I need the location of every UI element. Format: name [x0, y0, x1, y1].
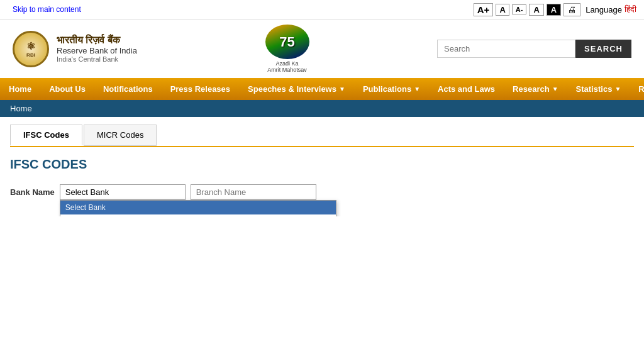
speeches-arrow: ▼ [339, 86, 345, 92]
nav-item-regulatory[interactable]: Regulatory Reporting ▼ [630, 78, 644, 100]
research-arrow: ▼ [552, 86, 558, 92]
contrast-light-btn[interactable]: A [529, 4, 543, 16]
tab-ifsc[interactable]: IFSC Codes [10, 125, 82, 146]
search-button[interactable]: SEARCH [575, 40, 631, 58]
skip-to-main-link[interactable]: Skip to main content [8, 3, 86, 16]
azadi-subtitle: Azadi Ka Amrit Mahotsav [267, 60, 307, 73]
nav-item-publications[interactable]: Publications ▼ [354, 78, 429, 100]
search-section: SEARCH [437, 40, 631, 58]
bank-select[interactable]: Select Bank [60, 184, 186, 200]
hindi-language-link[interactable]: हिंदी [625, 4, 636, 14]
badge-75: 75 [265, 25, 309, 59]
font-normal-btn[interactable]: A [496, 4, 509, 16]
rbi-logo: ⚛ RBI [13, 31, 49, 67]
bank-name-row: Bank Name Select Bank Select Bank ABHYUD… [10, 184, 316, 200]
print-icon: 🖨 [568, 5, 576, 14]
main-nav: Home About Us Notifications Press Releas… [0, 78, 644, 100]
badge-number: 75 [279, 34, 294, 50]
nav-item-home[interactable]: Home [0, 78, 40, 100]
nav-item-notifications[interactable]: Notifications [94, 78, 162, 100]
bank-select-container: Select Bank Select Bank ABHYUDAYA COOPER… [60, 184, 186, 200]
font-decrease-btn[interactable]: A- [512, 4, 527, 14]
rbi-tagline: India's Central Bank [57, 55, 137, 63]
font-increase-btn[interactable]: A+ [474, 3, 494, 16]
nav-item-statistics[interactable]: Statistics ▼ [567, 78, 630, 100]
publications-arrow: ▼ [414, 86, 420, 92]
rbi-text-block: भारतीय रिज़र्व बैंक Reserve Bank of Indi… [57, 35, 137, 63]
ifsc-form: Bank Name Select Bank Select Bank ABHYUD… [10, 184, 634, 200]
rbi-english-name: Reserve Bank of India [57, 46, 137, 55]
nav-item-acts-laws[interactable]: Acts and Laws [429, 78, 504, 100]
nav-item-about-us[interactable]: About Us [40, 78, 94, 100]
dropdown-item[interactable]: Select Bank [60, 201, 336, 214]
nav-item-speeches[interactable]: Speeches & Interviews ▼ [239, 78, 354, 100]
nav-item-press-releases[interactable]: Press Releases [162, 78, 239, 100]
breadcrumb-home[interactable]: Home [10, 104, 32, 113]
nav-item-research[interactable]: Research ▼ [504, 78, 567, 100]
dropdown-item[interactable]: ABHYUDAYA COOPERATIVE BANK LIMITED [60, 214, 336, 216]
header-logo-area: ⚛ RBI भारतीय रिज़र्व बैंक Reserve Bank o… [13, 31, 137, 67]
tab-micr[interactable]: MICR Codes [84, 125, 157, 146]
page-header: ⚛ RBI भारतीय रिज़र्व बैंक Reserve Bank o… [0, 19, 644, 78]
branch-name-input[interactable] [191, 184, 316, 200]
tab-ifsc-label: IFSC Codes [23, 130, 69, 140]
rbi-hindi-name: भारतीय रिज़र्व बैंक [57, 35, 137, 46]
top-bar: Skip to main content A+ A A- A A 🖨 Langu… [0, 0, 644, 19]
page-title: IFSC CODES [10, 157, 634, 172]
font-controls: A+ A A- A A 🖨 [474, 3, 580, 16]
print-btn[interactable]: 🖨 [564, 3, 580, 16]
tab-bar: IFSC Codes MICR Codes [10, 125, 634, 147]
statistics-arrow: ▼ [614, 86, 621, 92]
bank-select-wrapper: Select Bank [60, 184, 186, 200]
breadcrumb: Home [0, 100, 644, 117]
language-section: Language हिंदी [586, 4, 636, 14]
bank-dropdown-list[interactable]: Select Bank ABHYUDAYA COOPERATIVE BANK L… [60, 200, 336, 216]
tab-micr-label: MICR Codes [97, 130, 143, 140]
language-label: Language [586, 5, 622, 14]
top-bar-left: Skip to main content [8, 3, 86, 16]
main-content: IFSC CODES Bank Name Select Bank Select … [0, 147, 644, 216]
contrast-dark-btn[interactable]: A [547, 4, 561, 16]
search-input[interactable] [437, 40, 575, 58]
azadi-badge: 75 Azadi Ka Amrit Mahotsav [265, 25, 309, 73]
bank-name-label: Bank Name [10, 187, 55, 197]
